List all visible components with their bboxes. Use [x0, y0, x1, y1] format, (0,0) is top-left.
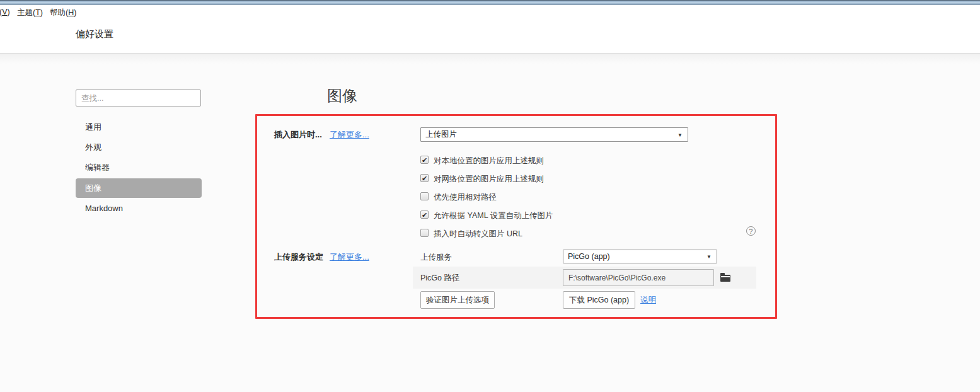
- sidebar-item-markdown[interactable]: Markdown: [76, 199, 202, 218]
- section-heading-image: 图像: [327, 86, 357, 106]
- help-icon[interactable]: ?: [746, 226, 756, 236]
- menu-item-view-clipped[interactable]: (V): [0, 8, 10, 16]
- picgo-path-label: PicGo 路径: [420, 273, 460, 284]
- checkbox-local-rule-label: 对本地位置的图片应用上述规则: [434, 156, 544, 166]
- checkbox-relative-path-label: 优先使用相对路径: [434, 192, 497, 203]
- upload-service-select-value: PicGo (app): [568, 252, 610, 261]
- folder-icon[interactable]: [720, 275, 730, 282]
- sidebar-item-general[interactable]: 通用: [76, 117, 202, 137]
- insert-image-label: 插入图片时...: [274, 129, 322, 141]
- content-top-shade: [0, 54, 980, 64]
- checkbox-yaml-upload-label: 允许根据 YAML 设置自动上传图片: [434, 210, 553, 221]
- checkbox-network-rule[interactable]: ✔: [420, 174, 429, 182]
- insert-learn-more-link[interactable]: 了解更多...: [330, 129, 369, 141]
- instructions-link[interactable]: 说明: [640, 295, 656, 306]
- checkbox-network-rule-label: 对网络位置的图片应用上述规则: [434, 174, 544, 185]
- upload-service-select[interactable]: PicGo (app) ▼: [563, 250, 717, 263]
- menu-item-help[interactable]: 帮助(H): [50, 8, 76, 18]
- verify-upload-button[interactable]: 验证图片上传选项: [420, 291, 495, 309]
- page-title: 偏好设置: [76, 28, 113, 40]
- window-titlebar: [0, 0, 980, 5]
- insert-action-select-value: 上传图片: [425, 130, 457, 139]
- upload-service-row-label: 上传服务: [420, 252, 452, 263]
- checkbox-local-rule[interactable]: ✔: [420, 156, 429, 164]
- checkbox-escape-url-label: 插入时自动转义图片 URL: [434, 229, 522, 239]
- chevron-down-icon: ▼: [677, 128, 683, 141]
- picgo-path-input[interactable]: [563, 269, 714, 286]
- sidebar-item-editor[interactable]: 编辑器: [76, 158, 202, 177]
- search-input[interactable]: [76, 89, 201, 107]
- menu-bar: (V) 主题(T) 帮助(H): [0, 6, 980, 20]
- sidebar-item-image[interactable]: 图像: [76, 178, 202, 198]
- upload-service-section-label: 上传服务设定: [274, 251, 323, 263]
- checkbox-escape-url[interactable]: [420, 229, 429, 237]
- download-picgo-button[interactable]: 下载 PicGo (app): [563, 291, 635, 309]
- checkbox-relative-path[interactable]: [420, 192, 429, 200]
- insert-action-select[interactable]: 上传图片 ▼: [420, 127, 688, 142]
- sidebar-item-appearance[interactable]: 外观: [76, 137, 202, 157]
- menu-item-theme[interactable]: 主题(T): [17, 8, 43, 18]
- upload-learn-more-link[interactable]: 了解更多...: [330, 251, 369, 263]
- checkbox-yaml-upload[interactable]: ✔: [420, 210, 429, 219]
- chevron-down-icon: ▼: [706, 250, 712, 263]
